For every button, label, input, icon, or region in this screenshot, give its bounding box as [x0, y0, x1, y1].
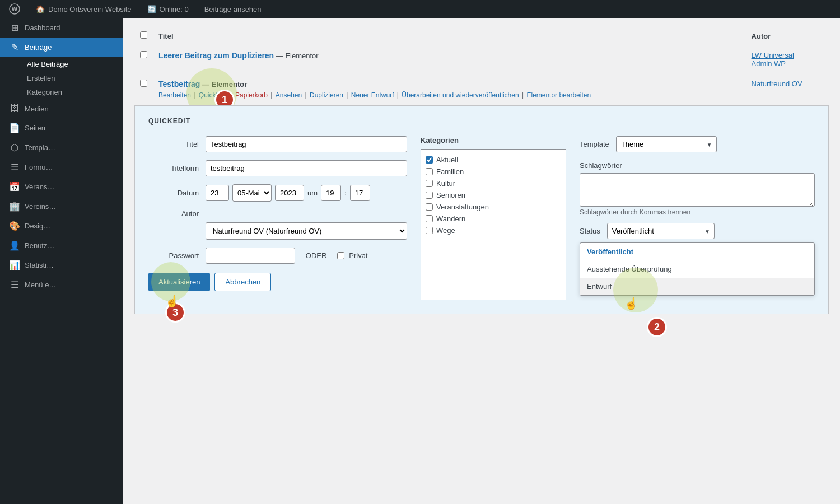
category-checkbox-aktuell[interactable] — [426, 156, 433, 164]
action-ueberarbeiten[interactable]: Überarbeiten und wiederveröffentlichen — [402, 91, 519, 99]
date-hour-input[interactable] — [321, 185, 341, 201]
sidebar-item-erstellen[interactable]: Erstellen — [20, 71, 123, 85]
content-area: Titel Autor Leerer Beitrag zum Duplizier… — [123, 18, 840, 329]
post-builder-1: — Elementor — [276, 52, 319, 60]
sidebar-item-design[interactable]: 🎨 Desig… — [0, 216, 123, 236]
status-option-veroeffentlicht[interactable]: Veröffentlicht — [580, 243, 814, 260]
qe-input-titel[interactable] — [206, 136, 407, 152]
update-button[interactable]: Aktualisieren — [148, 273, 210, 291]
status-option-entwurf[interactable]: Entwurf — [580, 278, 814, 295]
site-name: Demo Ortsverein Website — [48, 5, 132, 13]
post-title-link-2[interactable]: Testbeitrag — [158, 80, 200, 88]
sidebar-item-menue[interactable]: ☰ Menü e… — [0, 275, 123, 295]
admin-bar-online[interactable]: 🔄 Online: 0 — [143, 3, 193, 16]
select-all-checkbox[interactable] — [140, 31, 147, 39]
dashboard-icon: ⊞ — [9, 22, 20, 33]
col-titel: Titel — [153, 27, 746, 45]
row-check-2 — [134, 74, 153, 105]
qe-middle: Kategorien Aktuell Familien — [421, 136, 566, 300]
category-checkbox-kultur[interactable] — [426, 180, 433, 187]
admin-bar-home[interactable]: 🏠 Demo Ortsverein Website — [31, 3, 136, 16]
action-papierkorb[interactable]: Papierkorb — [235, 91, 268, 99]
status-label: Status — [580, 227, 600, 235]
sidebar-item-label-medien: Medien — [25, 105, 49, 113]
category-label-senioren: Senioren — [436, 191, 465, 199]
sidebar-item-label-dashboard: Dashboard — [25, 24, 60, 32]
post-title-link-1[interactable]: Leerer Beitrag zum Duplizieren — [158, 51, 274, 60]
sidebar-item-kategorien[interactable]: Kategorien — [20, 85, 123, 99]
sidebar-item-alle-beitraege[interactable]: Alle Beiträge — [20, 57, 123, 71]
qe-buttons: Aktualisieren Abbrechen 3 ☝ — [148, 273, 407, 291]
status-option-ausstehend[interactable]: Ausstehende Überprüfung — [580, 260, 814, 278]
row-checkbox-1[interactable] — [140, 51, 147, 58]
sidebar-item-seiten[interactable]: 📄 Seiten — [0, 118, 123, 138]
action-ansehen[interactable]: Ansehen — [276, 91, 302, 99]
formulare-icon: ☰ — [9, 162, 20, 172]
online-icon: 🔄 — [147, 5, 156, 13]
sidebar-item-label-statistik: Statisti… — [25, 261, 54, 269]
action-neuer-entwurf[interactable]: Neuer Entwurf — [351, 91, 394, 99]
post-author-link-2[interactable]: Naturfreund OV — [752, 80, 802, 88]
category-checkbox-veranstaltungen[interactable] — [426, 203, 433, 211]
wp-logo-icon: W — [9, 3, 20, 15]
category-checkbox-wege[interactable] — [426, 227, 433, 234]
cancel-button[interactable]: Abbrechen — [214, 273, 271, 291]
privat-label: Privat — [349, 251, 367, 260]
wp-logo-link[interactable]: W — [4, 1, 25, 17]
sidebar-item-label-vereine: Vereins… — [25, 202, 56, 211]
online-count: Online: 0 — [160, 5, 189, 13]
qe-input-titelform[interactable] — [206, 160, 407, 176]
statistik-icon: 📊 — [9, 260, 20, 270]
categories-box[interactable]: Aktuell Familien Kultur — [421, 149, 566, 300]
sidebar-item-medien[interactable]: 🖼 Medien — [0, 99, 123, 118]
design-icon: 🎨 — [9, 221, 20, 231]
date-month-select[interactable]: 05-Mai — [232, 184, 272, 202]
date-minute-input[interactable] — [350, 185, 370, 201]
action-elementor[interactable]: Elementor bearbeiten — [526, 91, 591, 99]
qe-label-titelform: Titelform — [148, 164, 199, 172]
qe-password-input[interactable] — [206, 248, 295, 264]
sidebar-item-statistik[interactable]: 📊 Statisti… — [0, 255, 123, 275]
sidebar-item-label-veranstaltungen: Verans… — [25, 183, 54, 191]
status-row: Status Veröffentlicht Ausstehende Überpr… — [580, 223, 815, 239]
sidebar-item-beitraege[interactable]: ✎ Beiträge — [0, 38, 123, 57]
qe-field-titel: Titel — [148, 136, 407, 152]
category-checkbox-wandern[interactable] — [426, 215, 433, 222]
row-checkbox-2[interactable] — [140, 80, 147, 87]
sidebar-item-templates[interactable]: ⬡ Templa… — [0, 138, 123, 157]
category-item-veranstaltungen: Veranstaltungen — [426, 201, 561, 213]
view-posts-label: Beiträge ansehen — [204, 5, 262, 13]
template-select-wrapper: Theme Default Template Elementor Canvas … — [616, 136, 717, 152]
post-author-link-1[interactable]: LW UniversalAdmin WP — [752, 51, 794, 68]
category-item-kultur: Kultur — [426, 178, 561, 189]
qe-autor-select[interactable]: Naturfreund OV (Naturfreund OV) — [206, 222, 407, 240]
schlagworter-input[interactable] — [580, 173, 815, 207]
password-row: – ODER – Privat — [206, 248, 367, 264]
svg-text:W: W — [12, 6, 18, 12]
sidebar-item-formulare[interactable]: ☰ Formu… — [0, 157, 123, 177]
sidebar-item-benutzer[interactable]: 👤 Benutz… — [0, 236, 123, 255]
sidebar-item-dashboard[interactable]: ⊞ Dashboard — [0, 18, 123, 38]
category-label-kultur: Kultur — [436, 179, 455, 188]
privat-checkbox[interactable] — [337, 252, 344, 259]
sidebar-item-vereine[interactable]: 🏢 Vereins… — [0, 197, 123, 216]
quickedit-layout: Titel Titelform Datum — [148, 136, 815, 300]
template-select[interactable]: Theme Default Template Elementor Canvas … — [616, 136, 717, 152]
table-row: Testbeitrag — Elementor Bearbeiten | Qui… — [134, 74, 829, 105]
admin-bar-view-posts[interactable]: Beiträge ansehen — [200, 3, 266, 16]
date-day-input[interactable] — [206, 185, 229, 201]
action-duplizieren[interactable]: Duplizieren — [310, 91, 343, 99]
action-bearbeiten[interactable]: Bearbeiten — [158, 91, 191, 99]
medien-icon: 🖼 — [9, 104, 20, 114]
oder-text: – ODER – — [300, 251, 333, 260]
sidebar-item-veranstaltungen[interactable]: 📅 Verans… — [0, 177, 123, 197]
template-label: Template — [580, 140, 609, 148]
row-title-cell: Leerer Beitrag zum Duplizieren — Element… — [153, 45, 746, 74]
qe-label-datum: Datum — [148, 189, 199, 197]
category-checkbox-familien[interactable] — [426, 168, 433, 175]
date-year-input[interactable] — [275, 185, 304, 201]
category-checkbox-senioren[interactable] — [426, 192, 433, 199]
veranstaltungen-icon: 📅 — [9, 181, 20, 192]
sidebar-item-label-design: Desig… — [25, 222, 50, 230]
status-select[interactable]: Veröffentlicht Ausstehende Überprüfung E… — [607, 223, 715, 239]
